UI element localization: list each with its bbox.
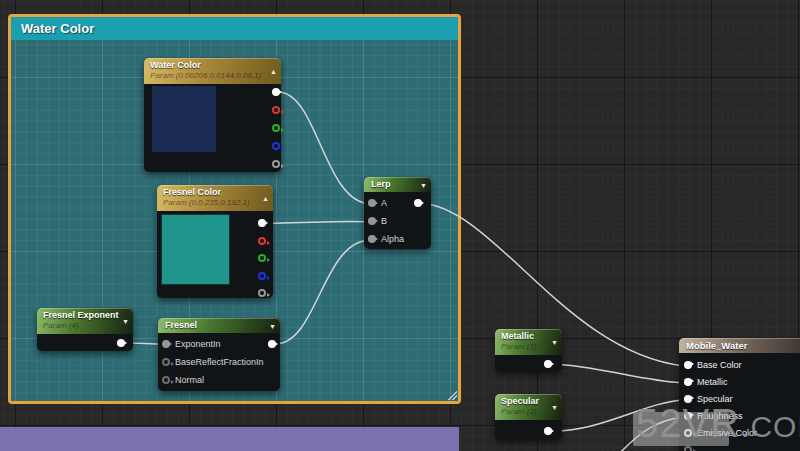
pin-output-g[interactable] bbox=[258, 254, 266, 262]
node-title: Fresnel Exponent bbox=[43, 310, 117, 321]
pin-label: BaseReflectFractionIn bbox=[175, 357, 264, 367]
pin-row-base-color: Base Color bbox=[679, 356, 800, 373]
pin-output-b[interactable] bbox=[258, 272, 266, 280]
wire-fresnel-to-lerp-alpha bbox=[275, 240, 371, 344]
pin-output-rgba[interactable] bbox=[272, 88, 280, 96]
pin-label: Base Color bbox=[697, 360, 742, 370]
collapse-arrow-icon[interactable]: ▲ bbox=[262, 195, 269, 202]
pin-row-normal: Normal bbox=[158, 371, 280, 389]
pin-row-basereflectfractionin: BaseReflectFractionIn bbox=[158, 353, 280, 371]
node-header[interactable]: Lerp ▼ bbox=[364, 177, 431, 192]
pin-output-g[interactable] bbox=[272, 124, 280, 132]
wire-fresnelcolor-to-lerp-b bbox=[264, 221, 371, 223]
pin-output[interactable] bbox=[268, 340, 276, 348]
pin-input-base-color[interactable] bbox=[684, 361, 692, 369]
node-specular-param[interactable]: Specular Param (1) ▼ bbox=[495, 394, 562, 440]
pin-output-r[interactable] bbox=[272, 106, 280, 114]
pin-input-alpha[interactable] bbox=[368, 235, 376, 243]
node-subtitle: Param (1) bbox=[501, 407, 546, 417]
wire-metallic-to-metallic bbox=[552, 364, 684, 383]
node-header[interactable]: Mobile_Water bbox=[679, 338, 800, 353]
pin-input-metallic[interactable] bbox=[684, 378, 692, 386]
collapse-arrow-icon[interactable]: ▼ bbox=[551, 404, 558, 411]
pin-row-b: B bbox=[364, 212, 431, 230]
node-subtitle: Param (0.00206,0.0144,0.06,1) bbox=[150, 71, 265, 81]
pin-output[interactable] bbox=[544, 427, 552, 435]
node-header[interactable]: Water Color Param (0.00206,0.0144,0.06,1… bbox=[144, 58, 281, 84]
node-water-color-param[interactable]: Water Color Param (0.00206,0.0144,0.06,1… bbox=[144, 58, 281, 172]
pin-row-alpha: Alpha bbox=[364, 230, 431, 248]
pin-label: Alpha bbox=[381, 234, 404, 244]
pin-row-exponentin: ExponentIn bbox=[158, 335, 280, 353]
pin-label: Normal bbox=[175, 375, 204, 385]
node-title: Lerp bbox=[371, 179, 415, 190]
node-subtitle: Param (4) bbox=[43, 321, 117, 331]
node-header[interactable]: Fresnel Color Param (0,0.235,0.192,1) ▲ bbox=[157, 185, 273, 211]
pin-output-a[interactable] bbox=[258, 289, 266, 297]
pin-input-basereflectfractionin[interactable] bbox=[162, 358, 170, 366]
node-fresnel-exponent-param[interactable]: Fresnel Exponent Param (4) ▼ bbox=[37, 308, 133, 351]
watermark-suffix: .COM bbox=[741, 410, 800, 444]
node-title: Fresnel Color bbox=[163, 187, 257, 198]
pin-label: A bbox=[381, 198, 387, 208]
watermark-main: 52VR bbox=[636, 403, 740, 443]
pin-row-metallic: Metallic bbox=[679, 373, 800, 390]
watermark-text: 52VR .COM bbox=[636, 403, 800, 444]
node-header[interactable]: Metallic Param (1) ▼ bbox=[495, 329, 562, 355]
pin-label: ExponentIn bbox=[175, 339, 221, 349]
pin-input-exponentin[interactable] bbox=[162, 340, 170, 348]
node-lerp[interactable]: Lerp ▼ A B Alpha bbox=[364, 177, 431, 249]
pin-output-a[interactable] bbox=[272, 160, 280, 168]
pin-output-r[interactable] bbox=[258, 237, 266, 245]
collapse-arrow-icon[interactable]: ▼ bbox=[269, 322, 276, 329]
material-editor-canvas[interactable]: Water Color Water Color Param (0.00206,0… bbox=[0, 0, 800, 451]
node-title: Specular bbox=[501, 396, 546, 407]
pin-input-normal[interactable] bbox=[162, 376, 170, 384]
node-title: Fresnel bbox=[165, 320, 264, 331]
collapse-arrow-icon[interactable]: ▼ bbox=[122, 318, 129, 325]
wire-watercolor-to-lerp-a bbox=[279, 92, 371, 204]
pin-output-rgba[interactable] bbox=[258, 219, 266, 227]
color-swatch[interactable] bbox=[161, 214, 230, 285]
collapse-arrow-icon[interactable]: ▼ bbox=[420, 181, 427, 188]
node-metallic-param[interactable]: Metallic Param (1) ▼ bbox=[495, 329, 562, 372]
node-header[interactable]: Specular Param (1) ▼ bbox=[495, 394, 562, 420]
pin-label: B bbox=[381, 216, 387, 226]
node-header[interactable]: Fresnel Exponent Param (4) ▼ bbox=[37, 308, 133, 334]
pin-input-b[interactable] bbox=[368, 217, 376, 225]
collapse-arrow-icon[interactable]: ▲ bbox=[270, 68, 277, 75]
pin-input-a[interactable] bbox=[368, 199, 376, 207]
pin-label: Metallic bbox=[697, 377, 728, 387]
node-subtitle: Param (0,0.235,0.192,1) bbox=[163, 198, 257, 208]
node-title: Mobile_Water bbox=[686, 340, 790, 351]
node-fresnel-color-param[interactable]: Fresnel Color Param (0,0.235,0.192,1) ▲ bbox=[157, 185, 273, 298]
node-fresnel[interactable]: Fresnel ▼ ExponentIn BaseReflectFraction… bbox=[158, 318, 280, 391]
pin-input-clipped[interactable] bbox=[684, 446, 692, 451]
collapse-arrow-icon[interactable]: ▼ bbox=[551, 339, 558, 346]
node-title: Metallic bbox=[501, 331, 546, 342]
node-subtitle: Param (1) bbox=[501, 342, 546, 352]
pin-output-b[interactable] bbox=[272, 142, 280, 150]
node-header[interactable]: Fresnel ▼ bbox=[158, 318, 280, 333]
pin-output[interactable] bbox=[414, 199, 422, 207]
pin-output[interactable] bbox=[544, 360, 552, 368]
color-swatch[interactable] bbox=[151, 85, 217, 153]
node-title: Water Color bbox=[150, 60, 265, 71]
pin-output[interactable] bbox=[117, 339, 125, 347]
